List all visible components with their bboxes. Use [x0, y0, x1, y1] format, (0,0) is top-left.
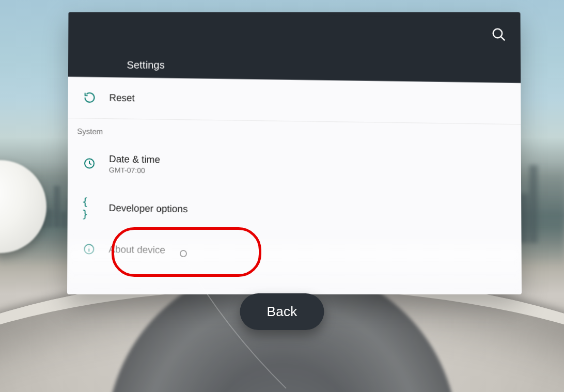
page-title: Settings	[127, 59, 165, 71]
braces-icon: { }	[82, 200, 97, 215]
back-button[interactable]: Back	[240, 293, 324, 330]
info-icon	[82, 242, 96, 256]
restore-icon	[83, 90, 97, 105]
search-icon	[491, 27, 507, 44]
clock-icon	[82, 156, 97, 170]
row-developer-options[interactable]: { } Developer options	[68, 187, 522, 234]
svg-point-5	[89, 246, 89, 247]
back-button-label: Back	[267, 304, 297, 319]
svg-line-1	[501, 37, 505, 40]
row-date-time[interactable]: Date & time GMT-07:00	[68, 139, 521, 193]
row-developer-options-label: Developer options	[109, 202, 188, 215]
search-button[interactable]	[487, 23, 511, 48]
svg-point-0	[493, 29, 502, 38]
app-bar: Settings	[68, 12, 521, 76]
row-reset-label: Reset	[109, 92, 135, 104]
settings-panel: Settings Reset System Date & time	[67, 11, 522, 294]
row-about-device[interactable]: About device	[67, 228, 522, 276]
row-date-time-sub: GMT-07:00	[109, 166, 160, 175]
row-reset[interactable]: Reset	[68, 77, 521, 124]
settings-list: Reset System Date & time GMT-07:00 { } D…	[67, 77, 522, 294]
row-about-device-label: About device	[108, 244, 165, 256]
row-date-time-label: Date & time	[109, 153, 160, 165]
